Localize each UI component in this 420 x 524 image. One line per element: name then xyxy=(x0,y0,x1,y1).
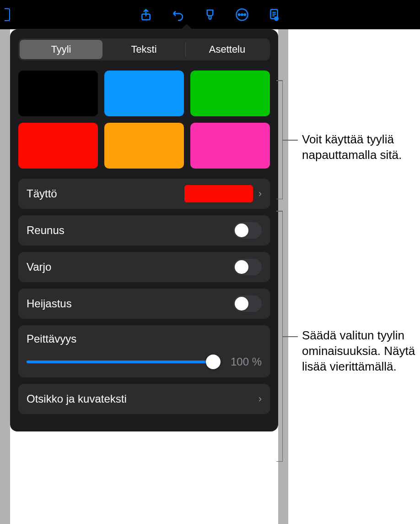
style-swatch-orange[interactable] xyxy=(104,123,184,169)
tab-style[interactable]: Tyyli xyxy=(20,40,102,59)
toolbar-icons xyxy=(139,7,281,22)
opacity-row: Peittävyys 100 % xyxy=(18,325,270,377)
app-toolbar xyxy=(0,0,420,29)
shadow-label: Varjo xyxy=(27,261,233,273)
fill-row[interactable]: Täyttö › xyxy=(18,179,270,209)
fill-color-swatch xyxy=(184,185,253,202)
opacity-label: Peittävyys xyxy=(27,333,262,345)
background-gutter-right xyxy=(278,29,288,524)
more-icon[interactable] xyxy=(235,7,249,22)
style-swatch-red[interactable] xyxy=(18,123,98,169)
undo-icon[interactable] xyxy=(171,7,185,22)
svg-point-3 xyxy=(241,14,243,16)
chevron-right-icon: › xyxy=(258,393,262,405)
tab-layout[interactable]: Asettelu xyxy=(186,40,269,59)
shadow-toggle[interactable] xyxy=(233,259,262,275)
reflection-toggle[interactable] xyxy=(233,295,262,312)
share-icon[interactable] xyxy=(139,7,153,22)
title-caption-row[interactable]: Otsikko ja kuvateksti › xyxy=(18,384,270,414)
toolbar-left-edge xyxy=(5,8,10,21)
border-label: Reunus xyxy=(27,224,233,237)
format-tabs: Tyyli Teksti Asettelu xyxy=(18,38,270,60)
callout-tick-top xyxy=(282,140,298,141)
style-swatch-green[interactable] xyxy=(190,71,270,116)
chevron-right-icon: › xyxy=(258,188,262,200)
background-gutter-left xyxy=(0,29,10,524)
reflection-label: Heijastus xyxy=(27,297,233,310)
style-swatch-magenta[interactable] xyxy=(190,123,270,169)
opacity-slider-thumb[interactable] xyxy=(206,355,221,369)
shadow-row: Varjo xyxy=(18,252,270,282)
tab-text[interactable]: Teksti xyxy=(102,40,185,59)
opacity-value: 100 % xyxy=(222,355,262,368)
brush-icon[interactable] xyxy=(203,7,217,22)
document-icon[interactable] xyxy=(267,7,281,22)
svg-point-2 xyxy=(238,14,240,16)
border-toggle[interactable] xyxy=(233,222,262,239)
callout-bottom: Säädä valitun tyylin ominaisuuksia. Näyt… xyxy=(302,328,415,374)
callout-top: Voit käyttää tyyliä napauttamalla sitä. xyxy=(302,132,420,163)
fill-label: Täyttö xyxy=(27,187,184,200)
reflection-row: Heijastus xyxy=(18,289,270,319)
style-swatch-grid xyxy=(18,71,270,169)
style-swatch-blue[interactable] xyxy=(104,71,184,116)
svg-point-4 xyxy=(244,14,246,16)
callout-tick-bottom xyxy=(282,336,298,337)
style-swatch-black[interactable] xyxy=(18,71,98,116)
format-popover: Tyyli Teksti Asettelu Täyttö › Reunus xyxy=(10,29,278,431)
title-caption-label: Otsikko ja kuvateksti xyxy=(27,393,258,405)
opacity-slider[interactable] xyxy=(27,360,213,363)
border-row: Reunus xyxy=(18,215,270,246)
svg-point-7 xyxy=(276,18,277,20)
